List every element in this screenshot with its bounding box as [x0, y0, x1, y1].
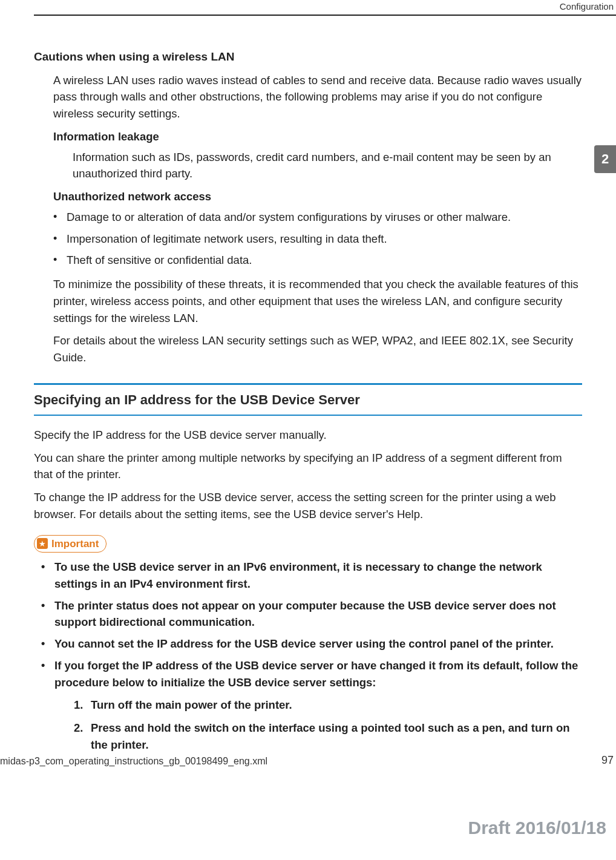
step-item: 2.Press and hold the switch on the inter…: [74, 720, 582, 753]
list-item: To use the USB device server in an IPv6 …: [41, 559, 582, 592]
content-area: Cautions when using a wireless LAN A wir…: [34, 48, 582, 760]
section-rule-bottom: [34, 415, 582, 416]
section-p2: You can share the printer among multiple…: [34, 450, 582, 484]
list-item: Theft of sensitive or confidential data.: [53, 252, 582, 269]
important-label: Important: [51, 536, 99, 552]
top-rule: [34, 15, 616, 16]
list-item: Impersonation of legitimate network user…: [53, 231, 582, 248]
cautions-heading: Cautions when using a wireless LAN: [34, 48, 582, 66]
important-list: To use the USB device server in an IPv6 …: [41, 559, 582, 753]
footer-page-number: 97: [601, 754, 614, 767]
list-item: If you forget the IP address of the USB …: [41, 657, 582, 753]
details-para: For details about the wireless LAN secur…: [53, 332, 582, 366]
steps-list: 1.Turn off the main power of the printer…: [74, 697, 582, 753]
draft-watermark: Draft 2016/01/18: [468, 818, 607, 838]
info-leakage-body: Information such as IDs, passwords, cred…: [73, 149, 582, 183]
list-item-text: If you forget the IP address of the USB …: [54, 659, 578, 689]
chapter-tab: 2: [594, 145, 616, 173]
section-title: Specifying an IP address for the USB Dev…: [34, 389, 582, 411]
step-number: 2.: [74, 720, 83, 737]
running-head: Configuration: [560, 1, 614, 11]
step-text: Press and hold the switch on the interfa…: [91, 721, 569, 751]
important-badge: ★ Important: [34, 535, 106, 553]
list-item: You cannot set the IP address for the US…: [41, 635, 582, 652]
minimize-para: To minimize the possibility of these thr…: [53, 276, 582, 326]
section-header: Specifying an IP address for the USB Dev…: [34, 383, 582, 416]
list-item: The printer status does not appear on yo…: [41, 597, 582, 631]
star-icon: ★: [37, 538, 48, 549]
section-p1: Specify the IP address for the USB devic…: [34, 427, 582, 444]
step-text: Turn off the main power of the printer.: [91, 698, 292, 711]
cautions-intro: A wireless LAN uses radio waves instead …: [53, 72, 582, 122]
list-item: Damage to or alteration of data and/or s…: [53, 209, 582, 226]
page: Configuration 2 Cautions when using a wi…: [0, 0, 616, 860]
step-number: 1.: [74, 697, 83, 714]
info-leakage-heading: Information leakage: [53, 128, 582, 145]
unauth-access-heading: Unauthorized network access: [53, 188, 582, 205]
step-item: 1.Turn off the main power of the printer…: [74, 697, 582, 714]
section-p3: To change the IP address for the USB dev…: [34, 489, 582, 523]
footer-file: midas-p3_com_operating_instructions_gb_0…: [0, 756, 267, 767]
section-rule-top: [34, 383, 582, 385]
unauth-list: Damage to or alteration of data and/or s…: [53, 209, 582, 269]
